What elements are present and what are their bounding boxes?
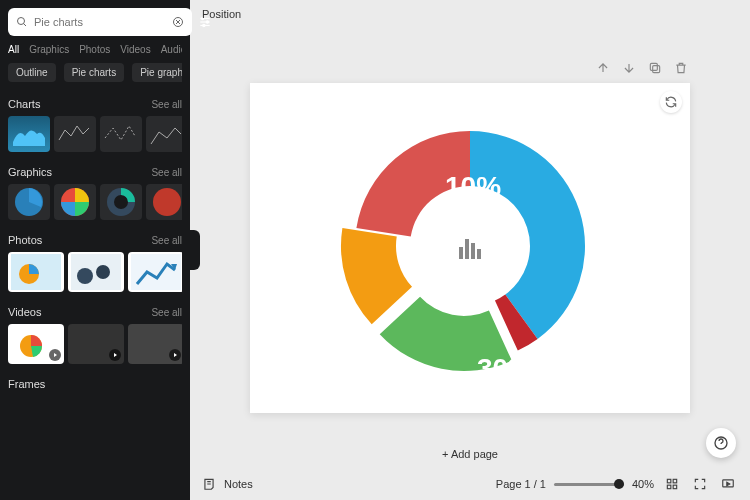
svg-rect-34 [667, 479, 671, 483]
chart-thumb[interactable] [146, 116, 182, 152]
svg-point-0 [18, 18, 25, 25]
sidebar: All Graphics Photos Videos Audio Outline… [0, 0, 190, 500]
graphic-thumb[interactable] [100, 184, 142, 220]
chart-thumb[interactable] [100, 116, 142, 152]
donut-chart[interactable]: 10% 20% 30% [335, 111, 605, 385]
section-title: Videos [8, 306, 41, 318]
tab-all[interactable]: All [8, 44, 19, 55]
page-frame[interactable]: 10% 20% 30% [250, 83, 690, 413]
section-title: Frames [8, 378, 45, 390]
videos-row [8, 324, 182, 364]
svg-rect-32 [477, 249, 481, 259]
see-all-charts[interactable]: See all [151, 99, 182, 110]
frame-toolbar [594, 59, 690, 77]
bar-chart-icon [455, 233, 485, 263]
chart-thumb[interactable] [8, 116, 50, 152]
svg-rect-36 [667, 485, 671, 489]
search-box[interactable] [8, 8, 192, 36]
svg-point-15 [153, 188, 181, 216]
section-title: Charts [8, 98, 40, 110]
search-icon [16, 16, 28, 28]
photo-thumb[interactable] [128, 252, 182, 292]
section-head-videos: Videos See all [8, 306, 182, 318]
donut-center [440, 218, 500, 278]
section-head-photos: Photos See all [8, 234, 182, 246]
photo-thumb[interactable] [8, 252, 64, 292]
chip-outline[interactable]: Outline [8, 63, 56, 82]
main-area: Position [190, 0, 750, 500]
video-thumb[interactable] [68, 324, 124, 364]
add-page-button[interactable]: + Add page [442, 448, 498, 460]
play-icon [169, 349, 181, 361]
see-all-photos[interactable]: See all [151, 235, 182, 246]
svg-point-14 [114, 195, 128, 209]
see-all-graphics[interactable]: See all [151, 167, 182, 178]
sync-icon[interactable] [660, 91, 682, 113]
section-title: Photos [8, 234, 42, 246]
graphic-thumb[interactable] [8, 184, 50, 220]
slice-orange[interactable] [341, 228, 412, 324]
tab-audio[interactable]: Audio [161, 44, 182, 55]
section-head-charts: Charts See all [8, 98, 182, 110]
frame-tool-copy-icon[interactable] [646, 59, 664, 77]
svg-rect-35 [673, 479, 677, 483]
graphics-row [8, 184, 182, 220]
slice-label-10: 10% [445, 171, 501, 203]
chip-pie-charts[interactable]: Pie charts [64, 63, 124, 82]
play-icon [49, 349, 61, 361]
filter-chips: Outline Pie charts Pie graphs [8, 63, 182, 82]
svg-rect-21 [131, 254, 181, 290]
present-icon[interactable] [718, 474, 738, 494]
svg-rect-28 [650, 63, 657, 70]
svg-rect-31 [471, 243, 475, 259]
grid-view-icon[interactable] [662, 474, 682, 494]
section-head-graphics: Graphics See all [8, 166, 182, 178]
frame-tool-down-icon[interactable] [620, 59, 638, 77]
svg-line-1 [24, 24, 27, 27]
position-label[interactable]: Position [202, 8, 241, 20]
tab-videos[interactable]: Videos [120, 44, 150, 55]
svg-point-19 [77, 268, 93, 284]
page-indicator[interactable]: Page 1 / 1 [496, 478, 546, 490]
section-title: Graphics [8, 166, 52, 178]
section-head-frames: Frames [8, 378, 182, 390]
clear-search-icon[interactable] [172, 16, 184, 28]
svg-point-20 [96, 265, 110, 279]
tab-graphics[interactable]: Graphics [29, 44, 69, 55]
graphic-thumb[interactable] [146, 184, 182, 220]
zoom-slider[interactable] [554, 483, 624, 486]
top-bar: Position [190, 0, 750, 28]
svg-rect-30 [465, 239, 469, 259]
zoom-value[interactable]: 40% [632, 478, 654, 490]
slice-label-30: 30% [477, 353, 533, 385]
frame-tool-up-icon[interactable] [594, 59, 612, 77]
play-icon [109, 349, 121, 361]
search-input[interactable] [34, 16, 172, 28]
canvas-area[interactable]: 10% 20% 30% + Add page [190, 28, 750, 468]
video-thumb[interactable] [8, 324, 64, 364]
svg-rect-29 [459, 247, 463, 259]
category-tabs: All Graphics Photos Videos Audio [8, 44, 182, 55]
chip-pie-graphs[interactable]: Pie graphs [132, 63, 182, 82]
slice-label-20: 20% [595, 236, 651, 268]
notes-icon[interactable] [202, 477, 216, 491]
help-fab[interactable] [706, 428, 736, 458]
bottom-bar: Notes Page 1 / 1 40% [190, 468, 750, 500]
fullscreen-icon[interactable] [690, 474, 710, 494]
see-all-videos[interactable]: See all [151, 307, 182, 318]
photos-row [8, 252, 182, 292]
zoom-slider-knob[interactable] [614, 479, 624, 489]
video-thumb[interactable] [128, 324, 182, 364]
question-icon [713, 435, 729, 451]
frame-tool-delete-icon[interactable] [672, 59, 690, 77]
search-row [8, 8, 182, 36]
photo-thumb[interactable] [68, 252, 124, 292]
graphic-thumb[interactable] [54, 184, 96, 220]
notes-button[interactable]: Notes [224, 478, 253, 490]
svg-rect-37 [673, 485, 677, 489]
tab-photos[interactable]: Photos [79, 44, 110, 55]
charts-row [8, 116, 182, 152]
chart-thumb[interactable] [54, 116, 96, 152]
svg-rect-27 [653, 66, 660, 73]
